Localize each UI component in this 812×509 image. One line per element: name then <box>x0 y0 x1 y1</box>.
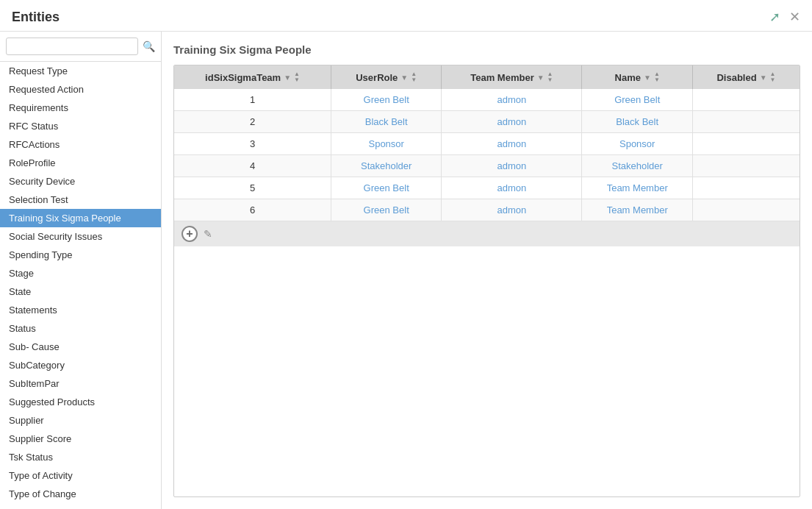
filter-icon[interactable]: ▼ <box>644 74 651 82</box>
search-icon[interactable]: 🔍 <box>143 40 155 52</box>
close-icon[interactable]: ✕ <box>789 9 800 25</box>
sidebar-item[interactable]: Type of Termination <box>0 503 161 509</box>
main-content: 🔍 Request TypeRequested ActionRequiremen… <box>0 32 812 509</box>
sidebar-item[interactable]: Selection Test <box>0 191 161 209</box>
table-row[interactable]: 1Green BeltadmonGreen Belt <box>174 89 800 111</box>
sidebar-list: Request TypeRequested ActionRequirements… <box>0 62 161 509</box>
table-row[interactable]: 4StakeholderadmonStakeholder <box>174 155 800 177</box>
table-cell: Stakeholder <box>331 155 442 177</box>
search-box: 🔍 <box>0 32 161 62</box>
sidebar-item[interactable]: Training Six Sigma People <box>0 209 161 227</box>
sidebar-item[interactable]: RFCActions <box>0 135 161 154</box>
table-footer: + ✎ <box>174 221 800 246</box>
sidebar-item[interactable]: Sub- Cause <box>0 338 161 356</box>
column-label: idSixSigmaTeam <box>205 72 281 83</box>
sidebar-item[interactable]: Stage <box>0 264 161 282</box>
table-cell <box>692 155 800 177</box>
table-cell <box>692 111 800 133</box>
sidebar-item[interactable]: Statements <box>0 301 161 319</box>
add-button[interactable]: + <box>182 226 198 242</box>
sort-arrows[interactable]: ▲▼ <box>294 71 300 83</box>
table-cell: Team Member <box>582 177 692 199</box>
table-cell: Green Belt <box>331 177 442 199</box>
table-cell: admon <box>442 111 582 133</box>
table-cell: 4 <box>174 155 331 177</box>
table-row[interactable]: 2Black BeltadmonBlack Belt <box>174 111 800 133</box>
sidebar-item[interactable]: SubItemPar <box>0 374 161 393</box>
title-bar-controls: ➚ ✕ <box>769 9 800 25</box>
sidebar-item[interactable]: Social Security Issues <box>0 227 161 246</box>
table-row[interactable]: 3SponsoradmonSponsor <box>174 133 800 155</box>
sidebar-item[interactable]: Tsk Status <box>0 448 161 466</box>
table-cell: admon <box>442 89 582 111</box>
panel-title: Training Six Sigma People <box>173 43 800 56</box>
sidebar-item[interactable]: Type of Change <box>0 485 161 503</box>
table-cell <box>692 89 800 111</box>
search-input[interactable] <box>6 38 138 55</box>
column-label: Name <box>615 72 641 83</box>
column-label: Disabled <box>716 72 756 83</box>
filter-icon[interactable]: ▼ <box>284 74 291 82</box>
table-cell: Green Belt <box>331 89 442 111</box>
table-cell: 3 <box>174 133 331 155</box>
sidebar-item[interactable]: Spending Type <box>0 246 161 264</box>
table-column-header: UserRole▼▲▼ <box>331 65 442 89</box>
sidebar-item[interactable]: Security Device <box>0 172 161 191</box>
sidebar-item[interactable]: Requirements <box>0 99 161 117</box>
table-column-header: Name▼▲▼ <box>582 65 692 89</box>
table-cell: 6 <box>174 199 331 221</box>
table-wrapper: idSixSigmaTeam▼▲▼UserRole▼▲▼Team Member▼… <box>173 65 800 497</box>
sidebar-item[interactable]: State <box>0 282 161 301</box>
sort-arrows[interactable]: ▲▼ <box>654 71 660 83</box>
sort-arrows[interactable]: ▲▼ <box>547 71 553 83</box>
sort-arrows[interactable]: ▲▼ <box>411 71 417 83</box>
main-window: Entities ➚ ✕ 🔍 Request TypeRequested Act… <box>0 0 812 509</box>
data-table: idSixSigmaTeam▼▲▼UserRole▼▲▼Team Member▼… <box>174 65 800 221</box>
table-cell: admon <box>442 177 582 199</box>
table-cell: Black Belt <box>582 111 692 133</box>
table-column-header: Team Member▼▲▼ <box>442 65 582 89</box>
table-row[interactable]: 6Green BeltadmonTeam Member <box>174 199 800 221</box>
sidebar-item[interactable]: SubCategory <box>0 356 161 374</box>
table-cell: 1 <box>174 89 331 111</box>
sidebar-item[interactable]: RoleProfile <box>0 154 161 172</box>
title-bar: Entities ➚ ✕ <box>0 0 812 32</box>
table-cell: Black Belt <box>331 111 442 133</box>
sidebar: 🔍 Request TypeRequested ActionRequiremen… <box>0 32 162 509</box>
table-column-header: idSixSigmaTeam▼▲▼ <box>174 65 331 89</box>
table-cell: admon <box>442 199 582 221</box>
table-cell: Sponsor <box>582 133 692 155</box>
sidebar-item[interactable]: Requested Action <box>0 80 161 99</box>
sidebar-item[interactable]: Supplier <box>0 411 161 430</box>
table-column-header: Disabled▼▲▼ <box>692 65 800 89</box>
expand-icon[interactable]: ➚ <box>769 10 780 24</box>
table-row[interactable]: 5Green BeltadmonTeam Member <box>174 177 800 199</box>
sidebar-item[interactable]: Suggested Products <box>0 393 161 411</box>
table-cell: 2 <box>174 111 331 133</box>
sidebar-item[interactable]: Status <box>0 319 161 338</box>
table-cell <box>692 177 800 199</box>
filter-icon[interactable]: ▼ <box>760 74 767 82</box>
table-cell: Green Belt <box>582 89 692 111</box>
column-label: UserRole <box>356 72 398 83</box>
filter-icon[interactable]: ▼ <box>400 74 408 82</box>
sidebar-item[interactable]: Type of Activity <box>0 466 161 485</box>
sidebar-item[interactable]: RFC Status <box>0 117 161 135</box>
table-cell: Green Belt <box>331 199 442 221</box>
filter-icon[interactable]: ▼ <box>537 74 545 82</box>
sort-arrows[interactable]: ▲▼ <box>770 71 776 83</box>
right-panel: Training Six Sigma People idSixSigmaTeam… <box>162 32 812 509</box>
table-cell <box>692 133 800 155</box>
window-title: Entities <box>12 10 60 25</box>
table-cell <box>692 199 800 221</box>
table-cell: Team Member <box>582 199 692 221</box>
column-label: Team Member <box>470 72 533 83</box>
table-cell: admon <box>442 155 582 177</box>
table-cell: 5 <box>174 177 331 199</box>
table-cell: Stakeholder <box>582 155 692 177</box>
edit-icon[interactable]: ✎ <box>204 228 212 240</box>
sidebar-item[interactable]: Request Type <box>0 62 161 80</box>
table-cell: admon <box>442 133 582 155</box>
sidebar-item[interactable]: Supplier Score <box>0 430 161 448</box>
table-cell: Sponsor <box>331 133 442 155</box>
